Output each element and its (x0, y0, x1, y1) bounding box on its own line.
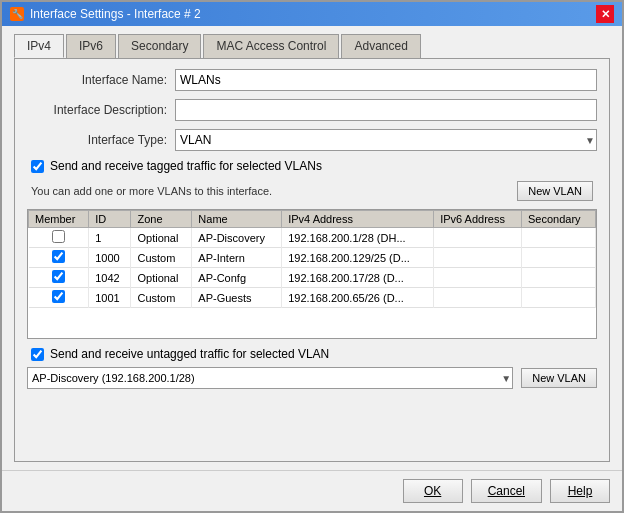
row1-checkbox[interactable] (52, 230, 65, 243)
row2-ipv6 (434, 248, 522, 268)
help-button[interactable]: Help (550, 479, 610, 503)
main-window: 🔧 Interface Settings - Interface # 2 ✕ I… (0, 0, 624, 513)
table-header-row: Member ID Zone Name IPv4 Address IPv6 Ad… (29, 211, 596, 228)
help-label: Help (568, 484, 593, 498)
row3-secondary (521, 268, 595, 288)
untagged-select-wrapper: AP-Discovery (192.168.200.1/28) AP-Inter… (27, 367, 513, 389)
row2-secondary (521, 248, 595, 268)
col-id: ID (89, 211, 131, 228)
ok-label: OK (424, 484, 441, 498)
row3-zone: Optional (131, 268, 192, 288)
untagged-checkbox[interactable] (31, 348, 44, 361)
row2-name: AP-Intern (192, 248, 282, 268)
interface-type-wrapper: VLAN LAN WAN ▼ (175, 129, 597, 151)
row1-secondary (521, 228, 595, 248)
row4-name: AP-Guests (192, 288, 282, 308)
col-ipv4: IPv4 Address (282, 211, 434, 228)
tab-mac-access-control[interactable]: MAC Access Control (203, 34, 339, 58)
title-bar-left: 🔧 Interface Settings - Interface # 2 (10, 7, 201, 21)
row4-secondary (521, 288, 595, 308)
row3-member (29, 268, 89, 288)
row1-ipv4: 192.168.200.1/28 (DH... (282, 228, 434, 248)
main-content: IPv4 IPv6 Secondary MAC Access Control A… (2, 26, 622, 470)
new-vlan-button-bottom[interactable]: New VLAN (521, 368, 597, 388)
new-vlan-button-top[interactable]: New VLAN (517, 181, 593, 201)
interface-name-row: Interface Name: (27, 69, 597, 91)
tagged-checkbox[interactable] (31, 160, 44, 173)
interface-description-input[interactable] (175, 99, 597, 121)
row4-ipv6 (434, 288, 522, 308)
vlan-table: Member ID Zone Name IPv4 Address IPv6 Ad… (28, 210, 596, 308)
col-secondary: Secondary (521, 211, 595, 228)
row1-name: AP-Discovery (192, 228, 282, 248)
row4-ipv4: 192.168.200.65/26 (D... (282, 288, 434, 308)
title-bar: 🔧 Interface Settings - Interface # 2 ✕ (2, 2, 622, 26)
untagged-section: Send and receive untagged traffic for se… (27, 347, 597, 389)
interface-description-row: Interface Description: (27, 99, 597, 121)
interface-type-select[interactable]: VLAN LAN WAN (175, 129, 597, 151)
cancel-label: Cancel (488, 484, 525, 498)
table-row: 1042 Optional AP-Confg 192.168.200.17/28… (29, 268, 596, 288)
untagged-checkbox-row: Send and receive untagged traffic for se… (27, 347, 597, 361)
interface-name-input[interactable] (175, 69, 597, 91)
vlan-table-wrapper: Member ID Zone Name IPv4 Address IPv6 Ad… (27, 209, 597, 339)
row1-id: 1 (89, 228, 131, 248)
col-name: Name (192, 211, 282, 228)
tab-advanced[interactable]: Advanced (341, 34, 420, 58)
col-member: Member (29, 211, 89, 228)
row3-ipv6 (434, 268, 522, 288)
row4-id: 1001 (89, 288, 131, 308)
table-row: 1000 Custom AP-Intern 192.168.200.129/25… (29, 248, 596, 268)
window-title: Interface Settings - Interface # 2 (30, 7, 201, 21)
row2-checkbox[interactable] (52, 250, 65, 263)
tagged-checkbox-row: Send and receive tagged traffic for sele… (27, 159, 597, 173)
table-row: 1001 Custom AP-Guests 192.168.200.65/26 … (29, 288, 596, 308)
tab-secondary[interactable]: Secondary (118, 34, 201, 58)
footer: OK Cancel Help (2, 470, 622, 511)
row2-zone: Custom (131, 248, 192, 268)
row3-checkbox[interactable] (52, 270, 65, 283)
interface-description-label: Interface Description: (27, 103, 167, 117)
interface-type-label: Interface Type: (27, 133, 167, 147)
untagged-dropdown-row: AP-Discovery (192.168.200.1/28) AP-Inter… (27, 367, 597, 389)
row2-member (29, 248, 89, 268)
col-ipv6: IPv6 Address (434, 211, 522, 228)
tab-ipv6[interactable]: IPv6 (66, 34, 116, 58)
row1-zone: Optional (131, 228, 192, 248)
row3-name: AP-Confg (192, 268, 282, 288)
vlans-header: You can add one or more VLANs to this in… (27, 181, 597, 201)
interface-name-label: Interface Name: (27, 73, 167, 87)
cancel-button[interactable]: Cancel (471, 479, 542, 503)
row2-ipv4: 192.168.200.129/25 (D... (282, 248, 434, 268)
table-row: 1 Optional AP-Discovery 192.168.200.1/28… (29, 228, 596, 248)
row2-id: 1000 (89, 248, 131, 268)
tab-ipv4[interactable]: IPv4 (14, 34, 64, 58)
untagged-vlan-select[interactable]: AP-Discovery (192.168.200.1/28) AP-Inter… (27, 367, 513, 389)
close-button[interactable]: ✕ (596, 5, 614, 23)
vlan-table-body: 1 Optional AP-Discovery 192.168.200.1/28… (29, 228, 596, 308)
row1-member (29, 228, 89, 248)
row4-zone: Custom (131, 288, 192, 308)
col-zone: Zone (131, 211, 192, 228)
tab-panel-ipv4: Interface Name: Interface Description: I… (14, 58, 610, 462)
tagged-checkbox-label: Send and receive tagged traffic for sele… (50, 159, 322, 173)
app-icon: 🔧 (10, 7, 24, 21)
tab-bar: IPv4 IPv6 Secondary MAC Access Control A… (14, 34, 610, 58)
interface-type-row: Interface Type: VLAN LAN WAN ▼ (27, 129, 597, 151)
row3-id: 1042 (89, 268, 131, 288)
untagged-checkbox-label: Send and receive untagged traffic for se… (50, 347, 329, 361)
row4-member (29, 288, 89, 308)
row4-checkbox[interactable] (52, 290, 65, 303)
row1-ipv6 (434, 228, 522, 248)
ok-button[interactable]: OK (403, 479, 463, 503)
row3-ipv4: 192.168.200.17/28 (D... (282, 268, 434, 288)
vlan-info-text: You can add one or more VLANs to this in… (31, 185, 272, 197)
